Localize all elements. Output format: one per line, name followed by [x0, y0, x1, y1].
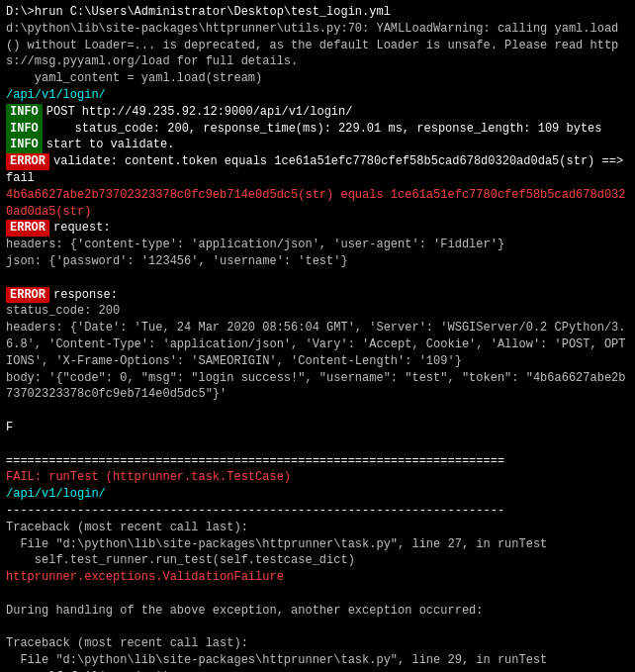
line-info-validate: INFOstart to validate.: [6, 137, 629, 153]
line-error-request: ERRORrequest:: [6, 220, 629, 237]
line-traceback-1: Traceback (most recent call last):: [6, 520, 629, 536]
line-fail-label: FAIL: runTest (httprunner.task.TestCase): [6, 469, 629, 486]
line-error-detail: 4b6a6627abe2b73702323378c0fc9eb714e0d5dc…: [6, 187, 629, 221]
line-api-path: /api/v1/login/: [6, 87, 629, 104]
line-blank-4: [6, 586, 629, 603]
line-1: D:\>hrun C:\Users\Administrator\Desktop\…: [6, 4, 629, 21]
line-traceback-file-1: File "d:\python\lib\site-packages\httpru…: [6, 536, 629, 553]
line-sep-2: ----------------------------------------…: [6, 503, 629, 520]
line-traceback-file-2: File "d:\python\lib\site-packages\httpru…: [6, 652, 629, 669]
line-blank-1: [6, 270, 629, 287]
line-traceback-self-1: self.test_runner.run_test(self.testcase_…: [6, 552, 629, 569]
line-status-code: status_code: 200: [6, 303, 629, 320]
line-sep-1: ========================================…: [6, 453, 629, 470]
line-3: yaml_content = yaml.load(stream): [6, 70, 629, 87]
line-info-post: INFOPOST http://49.235.92.12:9000/api/v1…: [6, 104, 629, 121]
line-blank-3: [6, 436, 629, 453]
line-2: d:\python\lib\site-packages\httprunner\u…: [6, 21, 629, 70]
line-resp-headers: headers: {'Date': 'Tue, 24 Mar 2020 08:5…: [6, 320, 629, 369]
line-body: body: '{"code": 0, "msg": "login success…: [6, 370, 629, 404]
line-exception-1: httprunner.exceptions.ValidationFailure: [6, 569, 629, 586]
line-fail-f: F: [6, 420, 629, 436]
line-error-validate: ERRORvalidate: content.token equals 1ce6…: [6, 153, 629, 187]
line-error-response: ERRORresponse:: [6, 287, 629, 304]
line-api-path-2: /api/v1/login/: [6, 486, 629, 503]
terminal-output: D:\>hrun C:\Users\Administrator\Desktop\…: [6, 4, 629, 672]
line-info-status: INFO status_code: 200, response_time(ms)…: [6, 121, 629, 138]
line-blank-5: [6, 619, 629, 635]
line-blank-2: [6, 403, 629, 420]
line-during-handling: During handling of the above exception, …: [6, 603, 629, 620]
line-traceback-2: Traceback (most recent call last):: [6, 635, 629, 652]
line-headers: headers: {'content-type': 'application/j…: [6, 237, 629, 253]
line-json: json: {'password': '123456', 'username':…: [6, 253, 629, 270]
